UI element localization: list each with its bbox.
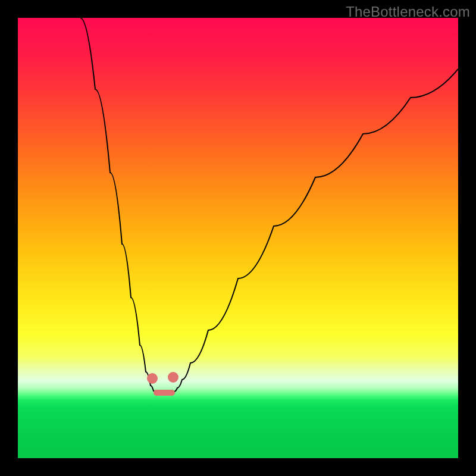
trough-connector-bar bbox=[154, 390, 175, 396]
trough-marker-right bbox=[168, 372, 178, 383]
curve-left-branch bbox=[80, 18, 158, 393]
plot-area bbox=[18, 18, 458, 458]
watermark: TheBottleneck.com bbox=[346, 4, 470, 20]
bottleneck-curve bbox=[18, 18, 458, 458]
trough-marker-left bbox=[147, 373, 158, 384]
curve-right-branch bbox=[173, 69, 458, 393]
